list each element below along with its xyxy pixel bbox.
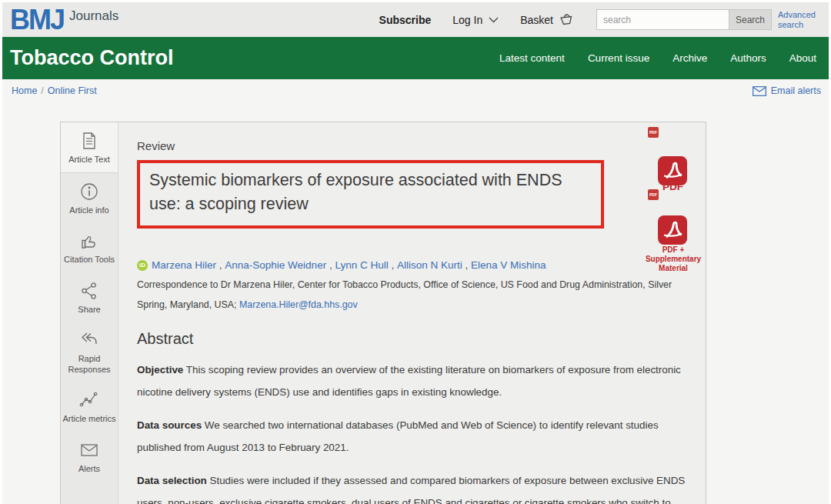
breadcrumb-online-first[interactable]: Online First xyxy=(48,85,97,96)
nav-current-issue[interactable]: Current issue xyxy=(588,52,649,64)
sidebar-item-citation-tools[interactable]: Citation Tools xyxy=(61,222,118,272)
sidebar-item-alerts[interactable]: Alerts xyxy=(61,432,118,482)
abstract-paragraph-label: Data selection xyxy=(137,475,207,486)
authors-row: iD Marzena Hiler , Anna-Sophie Weidner ,… xyxy=(137,259,706,271)
breadcrumb-separator: / xyxy=(41,85,43,96)
search-box: Search xyxy=(596,9,772,30)
correspondence-email-link[interactable]: Marzena.Hiler@fda.hhs.gov xyxy=(239,299,358,310)
abstract-paragraph: Data selection Studies were included if … xyxy=(137,470,688,504)
sidebar-item-label: Article Text xyxy=(68,155,110,164)
author-link[interactable]: Anna-Sophie Weidner xyxy=(225,259,326,271)
article-content: Review Systemic biomarkers of exposure a… xyxy=(118,122,706,504)
journal-title[interactable]: Tobacco Control xyxy=(10,46,174,70)
sidebar-item-rapid-responses[interactable]: Rapid Responses xyxy=(61,322,118,382)
pdf-badge-icon[interactable]: PDF xyxy=(648,127,659,138)
abstract-paragraph-label: Data sources xyxy=(137,419,202,431)
login-link[interactable]: Log In xyxy=(452,14,499,26)
top-bar-right: Subscribe Log In Basket Search Advanced … xyxy=(379,9,823,30)
advanced-search-link[interactable]: Advanced search xyxy=(778,10,823,30)
reply-icon xyxy=(79,330,99,350)
info-icon xyxy=(79,182,99,202)
basket-link[interactable]: Basket xyxy=(520,13,575,26)
thumbs-up-icon xyxy=(79,231,99,251)
abstract-paragraph: Data sources We searched two internation… xyxy=(137,415,688,459)
abstract-heading: Abstract xyxy=(137,330,706,348)
journal-nav: Latest content Current issue Archive Aut… xyxy=(499,52,816,64)
sidebar-item-article-text[interactable]: Article Text xyxy=(61,122,118,173)
page: BMJ Journals Subscribe Log In Basket Sea… xyxy=(0,0,831,504)
bmj-logo[interactable]: BMJ Journals xyxy=(10,7,118,33)
sidebar-item-article-metrics[interactable]: Article metrics xyxy=(61,382,118,432)
sidebar-item-label: Article info xyxy=(69,205,108,215)
orcid-icon[interactable]: iD xyxy=(137,260,148,271)
abstract-paragraph: Objective This scoping review provides a… xyxy=(137,359,688,403)
pdf-badge-icon[interactable]: PDF xyxy=(648,189,659,200)
page-body: Home/Online First Email alerts Article T… xyxy=(2,79,829,504)
chevron-down-icon xyxy=(489,17,499,23)
title-annotation-box: Systemic biomarkers of exposure associat… xyxy=(137,160,604,229)
author-separator: , xyxy=(326,259,335,271)
abstract-paragraph-text: We searched two international databases … xyxy=(137,419,659,453)
basket-label: Basket xyxy=(520,14,553,26)
abstract-paragraph-text: This scoping review provides an overview… xyxy=(137,364,681,398)
search-input[interactable] xyxy=(596,9,729,30)
nav-latest-content[interactable]: Latest content xyxy=(499,52,565,64)
share-icon xyxy=(79,281,99,301)
breadcrumb-row: Home/Online First Email alerts xyxy=(2,79,829,96)
author-separator: , xyxy=(216,259,225,271)
metrics-icon xyxy=(79,390,99,410)
login-label: Log In xyxy=(452,14,482,26)
journals-logo-text: Journals xyxy=(69,8,118,24)
basket-icon xyxy=(559,13,575,26)
nav-about[interactable]: About xyxy=(789,52,816,64)
envelope-icon xyxy=(753,86,766,96)
journal-banner: Tobacco Control Latest content Current i… xyxy=(2,37,829,79)
top-bar: BMJ Journals Subscribe Log In Basket Sea… xyxy=(2,2,829,37)
correspondence-text: Correspondence to Dr Marzena Hiler, Cent… xyxy=(137,279,672,310)
author-separator: , xyxy=(462,259,471,271)
email-alerts-label: Email alerts xyxy=(771,85,821,96)
pdf-supplementary-download-icon[interactable] xyxy=(658,215,687,245)
pdf-supplementary-download-label[interactable]: PDF + Supplementary Material xyxy=(636,245,710,273)
article-sidebar: Article Text Article info Citation Tools xyxy=(61,122,118,504)
sidebar-item-label: Article metrics xyxy=(62,414,115,423)
abstract-paragraph-label: Objective xyxy=(137,364,183,375)
sidebar-item-label: Rapid Responses xyxy=(68,354,110,374)
article-category: Review xyxy=(137,139,706,152)
author-link[interactable]: Elena V Mishina xyxy=(471,259,546,271)
envelope-icon xyxy=(79,440,99,460)
search-button[interactable]: Search xyxy=(729,9,772,30)
email-alerts-link[interactable]: Email alerts xyxy=(753,85,821,96)
sidebar-item-share[interactable]: Share xyxy=(61,272,118,322)
document-icon xyxy=(79,131,99,151)
abstract-paragraph-text: Studies were included if they assessed a… xyxy=(137,475,685,504)
sidebar-item-label: Alerts xyxy=(78,464,100,473)
author-separator: , xyxy=(389,259,397,271)
breadcrumb: Home/Online First xyxy=(12,85,97,96)
sidebar-item-article-info[interactable]: Article info xyxy=(61,173,118,223)
bmj-logo-text: BMJ xyxy=(10,7,64,33)
author-link[interactable]: Allison N Kurti xyxy=(397,259,462,271)
sidebar-item-label: Share xyxy=(78,305,100,314)
sidebar-item-label: Citation Tools xyxy=(64,255,115,264)
author-link[interactable]: Marzena Hiler xyxy=(152,259,216,271)
breadcrumb-home[interactable]: Home xyxy=(12,85,37,96)
correspondence: Correspondence to Dr Marzena Hiler, Cent… xyxy=(137,275,680,315)
article-card: Article Text Article info Citation Tools xyxy=(60,122,706,504)
author-link[interactable]: Lynn C Hull xyxy=(335,259,388,271)
article-title[interactable]: Systemic biomarkers of exposure associat… xyxy=(149,169,592,216)
nav-archive[interactable]: Archive xyxy=(672,52,707,64)
subscribe-link[interactable]: Subscribe xyxy=(379,14,432,26)
nav-authors[interactable]: Authors xyxy=(730,52,766,64)
